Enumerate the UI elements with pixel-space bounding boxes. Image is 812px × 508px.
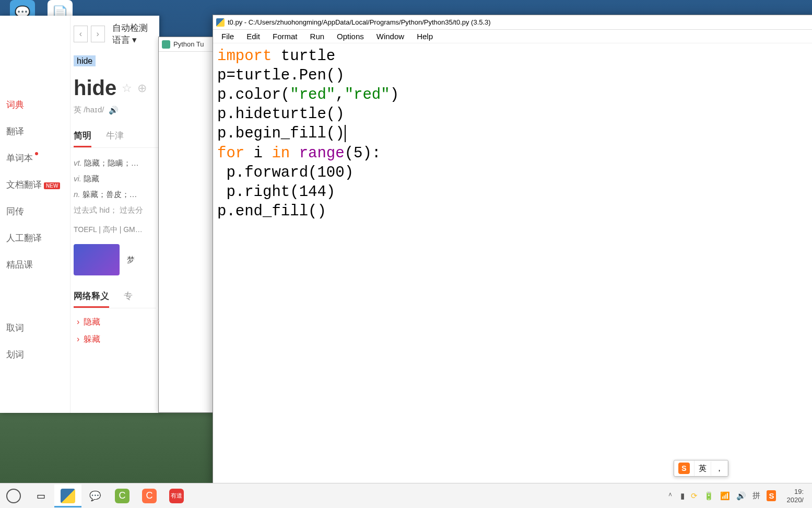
badge-dot-icon <box>35 152 38 155</box>
taskbar-app-youdao[interactable]: 有道 <box>163 484 190 507</box>
sidebar-item-human[interactable]: 人工翻译 <box>0 225 70 251</box>
more-icon[interactable]: ⊕ <box>137 82 147 95</box>
headword: hide <box>74 76 116 100</box>
web-def-link[interactable]: 隐藏 <box>77 314 153 331</box>
web-def-link[interactable]: 躲藏 <box>77 331 153 348</box>
menu-window[interactable]: Window <box>370 30 410 42</box>
sidebar-item-simul[interactable]: 同传 <box>0 198 70 225</box>
lang-detect-dropdown[interactable]: 自动检测语言 ▾ <box>112 22 156 46</box>
sidebar-item-stroke[interactable]: 划词 <box>0 341 70 368</box>
taskbar-app-wechat[interactable]: 💬 <box>81 484 109 507</box>
ime-lang-toggle[interactable]: 英 <box>695 461 711 476</box>
ad-banner[interactable]: 梦 <box>74 244 156 275</box>
sidebar-item-doctrans[interactable]: 文档翻译NEW <box>0 171 70 198</box>
nav-back-button[interactable]: ‹ <box>74 26 88 42</box>
tray-volume-icon[interactable]: 🔊 <box>736 491 746 501</box>
tray-chevron-icon[interactable]: ＾ <box>666 491 674 501</box>
tab-pro[interactable]: 专 <box>124 286 133 308</box>
youdao-window: 词典 翻译 单词本 文档翻译NEW 同传 人工翻译 精品课 取词 划词 ‹ › … <box>0 16 159 413</box>
taskbar: ▭ 💬 C C 有道 ＾ ▮ ⟳ 🔋 📶 🔊 拼 S 19: 2020/ <box>0 483 812 508</box>
sidebar-item-courses[interactable]: 精品课 <box>0 251 70 278</box>
turtle-icon <box>162 40 170 49</box>
sidebar-item-translate[interactable]: 翻译 <box>0 118 70 145</box>
nav-forward-button[interactable]: › <box>91 26 105 42</box>
tray-sogou-icon[interactable]: S <box>767 490 776 501</box>
definitions: vt.隐藏；隐瞒；… vi.隐藏 n.躲藏；兽皮；… 过去式 hid； 过去分 <box>70 148 159 225</box>
system-tray: ＾ ▮ ⟳ 🔋 📶 🔊 拼 S 19: 2020/ <box>666 488 812 504</box>
pronunciation-label: 英 /haɪd/ <box>74 105 104 115</box>
menu-format[interactable]: Format <box>266 30 304 42</box>
text-cursor <box>345 125 346 142</box>
tray-power-icon[interactable]: 🔋 <box>704 491 714 501</box>
taskbar-app-camtasia1[interactable]: C <box>109 484 136 507</box>
ad-image <box>74 244 120 275</box>
idle-menubar: File Edit Format Run Options Window Help <box>213 30 812 43</box>
sidebar-item-pick[interactable]: 取词 <box>0 315 70 341</box>
sidebar-item-wordbook[interactable]: 单词本 <box>0 145 70 171</box>
youdao-sidebar: 词典 翻译 单词本 文档翻译NEW 同传 人工翻译 精品课 取词 划词 <box>0 16 70 413</box>
ime-punct-toggle[interactable]: ， <box>711 461 728 476</box>
menu-help[interactable]: Help <box>410 30 439 42</box>
tray-battery-icon[interactable]: ▮ <box>680 491 685 501</box>
taskbar-app-python[interactable] <box>54 484 81 507</box>
task-view-button[interactable]: ▭ <box>27 484 54 507</box>
menu-file[interactable]: File <box>215 30 240 42</box>
idle-titlebar[interactable]: t0.py - C:/Users/zhuohongming/AppData/Lo… <box>213 15 812 30</box>
tab-web-def[interactable]: 网络释义 <box>74 286 109 308</box>
taskbar-app-camtasia2[interactable]: C <box>136 484 163 507</box>
sogou-icon: S <box>678 463 690 474</box>
exam-tags: TOEFL | 高中 | GM… <box>70 225 159 235</box>
taskbar-clock[interactable]: 19: 2020/ <box>782 488 808 504</box>
menu-edit[interactable]: Edit <box>240 30 266 42</box>
search-input[interactable]: hide <box>74 56 156 66</box>
idle-title: t0.py - C:/Users/zhuohongming/AppData/Lo… <box>228 18 491 26</box>
tray-ime-icon[interactable]: 拼 <box>752 491 760 501</box>
tab-concise[interactable]: 简明 <box>74 125 91 147</box>
tab-oxford[interactable]: 牛津 <box>106 125 124 147</box>
ime-toolbar[interactable]: S 英 ， <box>674 460 728 477</box>
favorite-star-icon[interactable]: ☆ <box>122 82 132 95</box>
python-icon <box>216 18 225 27</box>
turtle-window-title: Python Tu <box>173 40 204 48</box>
speaker-icon[interactable]: 🔊 <box>109 106 119 115</box>
youdao-main: ‹ › 自动检测语言 ▾ hide hide ☆ ⊕ 英 /haɪd/ 🔊 简明… <box>70 16 159 413</box>
menu-run[interactable]: Run <box>304 30 331 42</box>
start-button[interactable] <box>0 484 27 507</box>
code-editor[interactable]: import turtle p=turtle.Pen() p.color("re… <box>213 43 812 224</box>
menu-options[interactable]: Options <box>331 30 370 42</box>
tray-sync-icon[interactable]: ⟳ <box>691 491 698 501</box>
tray-wifi-icon[interactable]: 📶 <box>720 491 730 501</box>
idle-editor-window: t0.py - C:/Users/zhuohongming/AppData/Lo… <box>213 15 812 485</box>
badge-new-icon: NEW <box>44 182 60 189</box>
sidebar-item-dict[interactable]: 词典 <box>0 91 70 118</box>
